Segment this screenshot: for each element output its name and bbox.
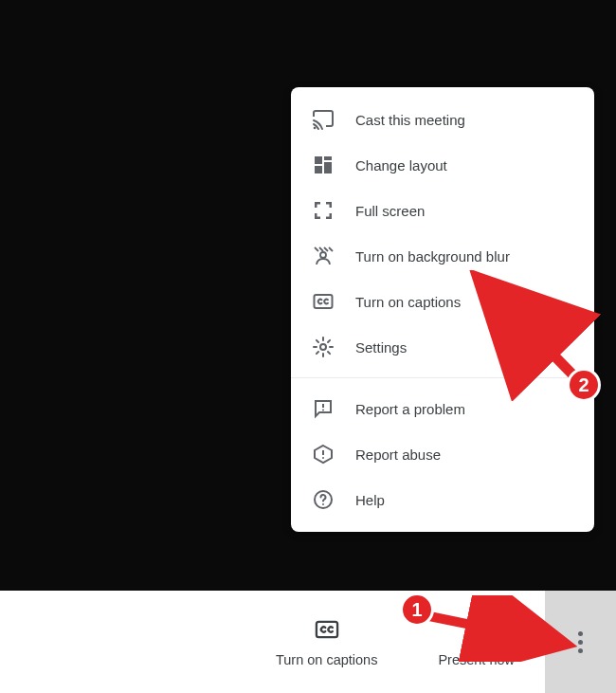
svg-rect-4	[315, 166, 322, 173]
menu-item-label: Settings	[355, 339, 407, 356]
captions-label: Turn on captions	[276, 652, 377, 667]
svg-rect-1	[315, 156, 322, 164]
present-now-button[interactable]: Present now	[408, 591, 545, 693]
menu-item-background-blur[interactable]: Turn on background blur	[291, 233, 594, 279]
gear-icon	[312, 336, 335, 358]
menu-item-settings[interactable]: Settings	[291, 324, 594, 370]
menu-divider	[291, 377, 594, 378]
svg-point-11	[320, 344, 326, 350]
svg-point-13	[322, 410, 324, 411]
menu-item-report-problem[interactable]: Report a problem	[291, 386, 594, 431]
more-options-button[interactable]	[545, 591, 616, 693]
layout-icon	[312, 154, 335, 176]
menu-item-label: Report abuse	[355, 447, 441, 463]
menu-item-label: Change layout	[355, 157, 447, 173]
video-area: Cast this meeting Change layout Full scr…	[0, 0, 616, 591]
menu-item-label: Report a problem	[355, 401, 465, 417]
svg-rect-10	[315, 295, 333, 308]
fullscreen-icon	[312, 199, 335, 222]
more-options-menu: Cast this meeting Change layout Full scr…	[291, 87, 594, 532]
menu-item-cast[interactable]: Cast this meeting	[291, 97, 594, 142]
menu-item-label: Turn on background blur	[355, 248, 510, 264]
present-label: Present now	[438, 652, 515, 667]
cc-icon	[314, 616, 340, 643]
menu-item-captions[interactable]: Turn on captions	[291, 279, 594, 324]
svg-point-9	[320, 252, 326, 258]
menu-item-label: Cast this meeting	[355, 112, 465, 128]
cast-icon	[312, 108, 335, 131]
captions-button[interactable]: Turn on captions	[245, 591, 408, 693]
bottom-bar: Turn on captions Present now	[0, 591, 616, 693]
svg-line-6	[319, 247, 323, 251]
svg-line-8	[329, 247, 333, 251]
blur-icon	[312, 245, 335, 267]
more-vert-icon	[570, 630, 592, 653]
svg-line-7	[324, 247, 328, 251]
svg-rect-3	[324, 162, 332, 173]
cc-icon	[312, 290, 335, 313]
warn-icon	[312, 443, 335, 465]
feedback-icon	[312, 397, 335, 420]
svg-rect-2	[324, 156, 332, 160]
svg-rect-19	[317, 622, 337, 637]
menu-item-label: Turn on captions	[355, 294, 461, 310]
svg-point-18	[322, 503, 324, 505]
present-icon	[463, 616, 490, 643]
menu-item-help[interactable]: Help	[291, 477, 594, 522]
svg-line-5	[315, 247, 318, 251]
svg-point-0	[314, 127, 317, 130]
help-icon	[312, 488, 335, 511]
menu-item-fullscreen[interactable]: Full screen	[291, 188, 594, 233]
menu-item-label: Full screen	[355, 203, 425, 219]
menu-item-layout[interactable]: Change layout	[291, 142, 594, 188]
menu-item-label: Help	[355, 492, 385, 508]
svg-point-16	[322, 457, 324, 459]
menu-item-report-abuse[interactable]: Report abuse	[291, 431, 594, 477]
